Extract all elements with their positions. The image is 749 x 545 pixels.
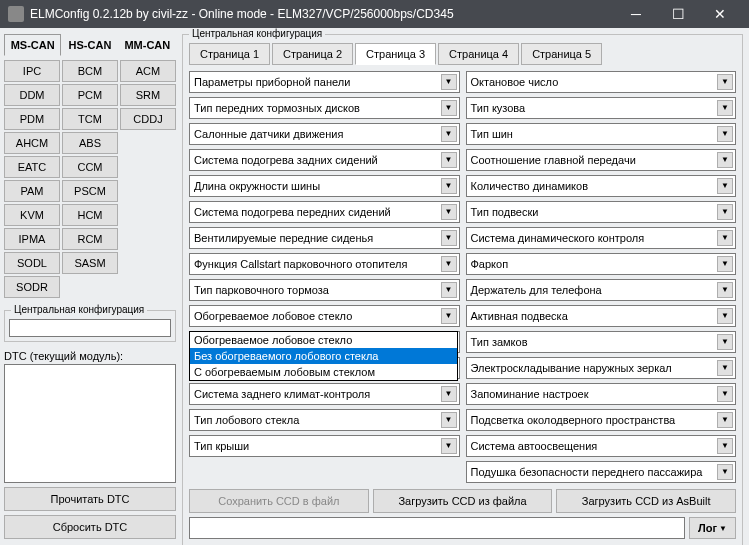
dropdown-option-2[interactable]: С обогреваемым лобовым стеклом xyxy=(190,364,457,380)
module-sodl[interactable]: SODL xyxy=(4,252,60,274)
log-input[interactable] xyxy=(189,517,685,539)
module-ddm[interactable]: DDM xyxy=(4,84,60,106)
param-right-select-7[interactable]: Фаркоп▼ xyxy=(466,253,737,275)
module-sasm[interactable]: SASM xyxy=(62,252,118,274)
chevron-down-icon: ▼ xyxy=(441,100,457,116)
chevron-down-icon: ▼ xyxy=(441,256,457,272)
param-left-select-0[interactable]: Параметры приборной панели▼ xyxy=(189,71,460,93)
dropdown-option-1[interactable]: Без обогреваемого лобового стекла xyxy=(190,348,457,364)
param-right-select-4[interactable]: Количество динамиков▼ xyxy=(466,175,737,197)
module-eatc[interactable]: EATC xyxy=(4,156,60,178)
page-tab-3[interactable]: Страница 3 xyxy=(355,43,436,65)
module-pscm[interactable]: PSCM xyxy=(62,180,118,202)
module-kvm[interactable]: KVM xyxy=(4,204,60,226)
param-left-select-8[interactable]: Тип парковочного тормоза▼ xyxy=(189,279,460,301)
param-left-select-4[interactable]: Длина окружности шины▼ xyxy=(189,175,460,197)
module-pcm[interactable]: PCM xyxy=(62,84,118,106)
param-right-select-9[interactable]: Активная подвеска▼ xyxy=(466,305,737,327)
module-ccm[interactable]: CCM xyxy=(62,156,118,178)
param-right-select-11[interactable]: Электроскладывание наружных зеркал▼ xyxy=(466,357,737,379)
close-button[interactable]: ✕ xyxy=(699,0,741,28)
param-left-select-14[interactable]: Тип крыши▼ xyxy=(189,435,460,457)
chevron-down-icon: ▼ xyxy=(441,126,457,142)
chevron-down-icon: ▼ xyxy=(441,282,457,298)
chevron-down-icon: ▼ xyxy=(717,464,733,480)
chevron-down-icon: ▼ xyxy=(441,204,457,220)
param-left-select-2[interactable]: Салонные датчики движения▼ xyxy=(189,123,460,145)
page-tab-4[interactable]: Страница 4 xyxy=(438,43,519,65)
central-config-input[interactable] xyxy=(9,319,171,337)
chevron-down-icon: ▼ xyxy=(441,74,457,90)
param-right-select-12[interactable]: Запоминание настроек▼ xyxy=(466,383,737,405)
chevron-down-icon: ▼ xyxy=(717,74,733,90)
param-right-select-14[interactable]: Система автоосвещения▼ xyxy=(466,435,737,457)
module-rcm[interactable]: RCM xyxy=(62,228,118,250)
dropdown-option-0[interactable]: Обогреваемое лобовое стекло xyxy=(190,332,457,348)
param-left-select-6[interactable]: Вентилируемые передние сиденья▼ xyxy=(189,227,460,249)
page-tab-2[interactable]: Страница 2 xyxy=(272,43,353,65)
chevron-down-icon: ▼ xyxy=(441,412,457,428)
module-srm[interactable]: SRM xyxy=(120,84,176,106)
dropdown-list[interactable]: Обогреваемое лобовое стеклоБез обогревае… xyxy=(189,331,458,381)
module-bcm[interactable]: BCM xyxy=(62,60,118,82)
param-right-select-10[interactable]: Тип замков▼ xyxy=(466,331,737,353)
param-right-select-6[interactable]: Система динамического контроля▼ xyxy=(466,227,737,249)
log-button[interactable]: Лог▼ xyxy=(689,517,736,539)
page-tab-1[interactable]: Страница 1 xyxy=(189,43,270,65)
param-left-select-12[interactable]: Система заднего климат-контроля▼ xyxy=(189,383,460,405)
module-acm[interactable]: ACM xyxy=(120,60,176,82)
param-right-select-3[interactable]: Соотношение главной передачи▼ xyxy=(466,149,737,171)
tab-ms-can[interactable]: MS-CAN xyxy=(4,34,61,56)
page-tab-5[interactable]: Страница 5 xyxy=(521,43,602,65)
param-left-select-7[interactable]: Функция Callstart парковочного отопителя… xyxy=(189,253,460,275)
param-left-select-5[interactable]: Система подогрева передних сидений▼ xyxy=(189,201,460,223)
module-tcm[interactable]: TCM xyxy=(62,108,118,130)
param-right-select-5[interactable]: Тип подвески▼ xyxy=(466,201,737,223)
load-ccd-file-button[interactable]: Загрузить CCD из файла xyxy=(373,489,553,513)
central-config-label: Центральная конфигурация xyxy=(11,304,147,315)
module-hcm[interactable]: HCM xyxy=(62,204,118,226)
param-right-select-0[interactable]: Октановое число▼ xyxy=(466,71,737,93)
module-pdm[interactable]: PDM xyxy=(4,108,60,130)
read-dtc-button[interactable]: Прочитать DTC xyxy=(4,487,176,511)
param-right-select-1[interactable]: Тип кузова▼ xyxy=(466,97,737,119)
right-select-column: Октановое число▼Тип кузова▼Тип шин▼Соотн… xyxy=(466,71,737,483)
left-select-column: Параметры приборной панели▼Тип передних … xyxy=(189,71,460,483)
chevron-down-icon: ▼ xyxy=(441,386,457,402)
clear-dtc-button[interactable]: Сбросить DTC xyxy=(4,515,176,539)
window-title: ELMConfig 0.2.12b by civil-zz - Online m… xyxy=(30,7,615,21)
chevron-down-icon: ▼ xyxy=(717,152,733,168)
param-right-select-2[interactable]: Тип шин▼ xyxy=(466,123,737,145)
chevron-down-icon: ▼ xyxy=(441,152,457,168)
module-grid: IPCDDMPDMAHCMEATCPAMKVMIPMASODLSODRBCMPC… xyxy=(4,60,176,298)
module-cddj[interactable]: CDDJ xyxy=(120,108,176,130)
chevron-down-icon: ▼ xyxy=(717,386,733,402)
dtc-list[interactable] xyxy=(4,364,176,483)
maximize-button[interactable]: ☐ xyxy=(657,0,699,28)
param-right-select-13[interactable]: Подсветка околодверного пространства▼ xyxy=(466,409,737,431)
module-ahcm[interactable]: AHCM xyxy=(4,132,60,154)
chevron-down-icon: ▼ xyxy=(719,524,727,533)
param-left-select-13[interactable]: Тип лобового стекла▼ xyxy=(189,409,460,431)
module-sodr[interactable]: SODR xyxy=(4,276,60,298)
chevron-down-icon: ▼ xyxy=(441,178,457,194)
param-left-select-3[interactable]: Система подогрева задних сидений▼ xyxy=(189,149,460,171)
param-left-select-1[interactable]: Тип передних тормозных дисков▼ xyxy=(189,97,460,119)
chevron-down-icon: ▼ xyxy=(717,126,733,142)
minimize-button[interactable]: ─ xyxy=(615,0,657,28)
module-ipma[interactable]: IPMA xyxy=(4,228,60,250)
param-right-select-8[interactable]: Держатель для телефона▼ xyxy=(466,279,737,301)
dtc-label: DTC (текущий модуль): xyxy=(4,350,176,362)
save-ccd-button[interactable]: Сохранить CCD в файл xyxy=(189,489,369,513)
config-group: Центральная конфигурация Страница 1Стран… xyxy=(182,34,743,545)
selects-grid: Параметры приборной панели▼Тип передних … xyxy=(189,71,736,483)
load-ccd-asbuilt-button[interactable]: Загрузить CCD из AsBuilt xyxy=(556,489,736,513)
tab-hs-can[interactable]: HS-CAN xyxy=(61,34,118,56)
module-pam[interactable]: PAM xyxy=(4,180,60,202)
module-abs[interactable]: ABS xyxy=(62,132,118,154)
module-ipc[interactable]: IPC xyxy=(4,60,60,82)
tab-mm-can[interactable]: MM-CAN xyxy=(119,34,176,56)
param-right-select-15[interactable]: Подушка безопасности переднего пассажира… xyxy=(466,461,737,483)
param-left-select-9[interactable]: Обогреваемое лобовое стекло▼ xyxy=(189,305,460,327)
chevron-down-icon: ▼ xyxy=(717,204,733,220)
